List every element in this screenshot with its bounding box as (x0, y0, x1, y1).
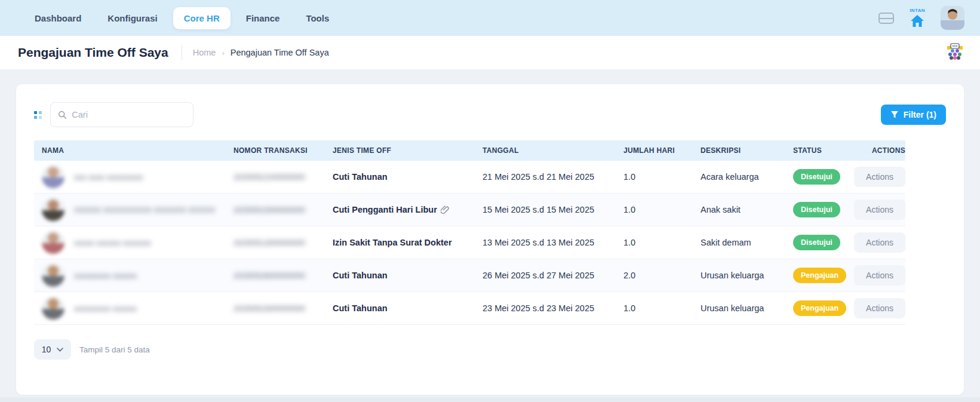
toolbar: Filter (1) (34, 102, 946, 127)
timeoff-type: Izin Sakit Tanpa Surat Dokter (333, 238, 483, 247)
search-box (50, 102, 193, 127)
column-header-5: DESKRIPSI (701, 146, 793, 155)
timeoff-date: 21 Mei 2025 s.d 21 Mei 2025 (483, 172, 623, 182)
table-body: xxx xxxx xxxxxxxxx 2025052100000000 Cuti… (34, 161, 905, 325)
employee-name-redacted: xxx xxxx xxxxxxxxx (74, 173, 143, 182)
breadcrumb-separator: › (222, 48, 224, 57)
actions-button[interactable]: Actions (854, 167, 905, 187)
team-illustration-icon[interactable] (945, 42, 964, 63)
avatar-photo (941, 6, 964, 30)
pagination-summary: Tampil 5 dari 5 data (79, 345, 150, 354)
column-header-6: STATUS (793, 146, 853, 155)
timeoff-description: Sakit demam (701, 238, 793, 247)
paperclip-icon[interactable] (441, 205, 449, 214)
nav-item-tools[interactable]: Tools (295, 7, 340, 29)
employee-avatar (42, 165, 64, 188)
status-badge: Disetujui (793, 202, 840, 217)
search-input[interactable] (72, 110, 186, 119)
timeoff-type: Cuti Pengganti Hari Libur (333, 205, 483, 214)
timeoff-days: 1.0 (623, 172, 701, 182)
column-header-3: TANGGAL (483, 146, 623, 155)
breadcrumb-current: Pengajuan Time Off Saya (231, 48, 329, 57)
column-header-0: NAMA (34, 146, 234, 155)
table-row: xxxxxxxxx xxxxxx 2025052300000000 Cuti T… (34, 292, 905, 325)
timeoff-card: Filter (1) NAMANOMOR TRANSAKSIJENIS TIME… (16, 84, 964, 395)
employee-avatar (42, 297, 64, 320)
status-badge: Pengajuan (793, 268, 846, 283)
employee-avatar (42, 231, 64, 254)
search-icon (58, 110, 66, 119)
drag-grid-icon[interactable] (34, 111, 42, 119)
page-size-select[interactable]: 10 (34, 339, 71, 360)
table-footer: 10 Tampil 5 dari 5 data (34, 339, 946, 360)
nav-item-konfigurasi[interactable]: Konfigurasi (97, 7, 168, 29)
column-header-2: JENIS TIME OFF (333, 146, 483, 155)
top-navigation: DashboardKonfigurasiCore HRFinanceTools … (0, 0, 980, 36)
page-title: Pengajuan Time Off Saya (18, 45, 168, 60)
home-icon (910, 14, 924, 27)
table-header-row: NAMANOMOR TRANSAKSIJENIS TIME OFFTANGGAL… (34, 140, 905, 161)
transaction-number-redacted: 2025052600000000 (234, 271, 305, 280)
nav-item-dashboard[interactable]: Dashboard (24, 7, 92, 29)
page-size-value: 10 (42, 345, 51, 354)
timeoff-days: 2.0 (623, 271, 701, 280)
transaction-number-redacted: 2025052300000000 (234, 304, 305, 313)
status-badge: Disetujui (793, 169, 840, 185)
timeoff-date: 23 Mei 2025 s.d 23 Mei 2025 (483, 303, 623, 313)
page-header: Pengajuan Time Off Saya Home › Pengajuan… (0, 36, 980, 69)
status-badge: Pengajuan (793, 300, 846, 316)
status-badge: Disetujui (793, 235, 840, 250)
table-row: xxx xxxx xxxxxxxxx 2025052100000000 Cuti… (34, 161, 905, 194)
table-row: xxxxxxxxx xxxxxx 2025052600000000 Cuti T… (34, 259, 905, 292)
actions-button[interactable]: Actions (854, 298, 905, 318)
transaction-number-redacted: 2025052100000000 (234, 173, 305, 182)
column-header-7: ACTIONS (853, 146, 905, 155)
employee-avatar (42, 198, 64, 221)
funnel-icon (890, 111, 899, 119)
breadcrumb-home[interactable]: Home (193, 48, 216, 57)
nav-item-finance[interactable]: Finance (235, 7, 291, 29)
workspace-label: INTAN (910, 8, 925, 13)
timeoff-date: 13 Mei 2025 s.d 13 Mei 2025 (483, 238, 623, 247)
header-divider (182, 45, 182, 60)
employee-name-redacted: xxxxxxxxx xxxxxx (74, 271, 137, 280)
user-avatar[interactable] (941, 6, 964, 30)
column-header-1: NOMOR TRANSAKSI (234, 146, 333, 155)
table-row: xxxxx xxxxxx xxxxxxx 2025051300000000 Iz… (34, 226, 905, 259)
employee-name-redacted: XXXXX XXXXXXXXX XXXXXX XXXXX (74, 205, 215, 214)
breadcrumb: Home › Pengajuan Time Off Saya (193, 48, 329, 57)
bottom-strip (0, 397, 980, 402)
nav-item-core-hr[interactable]: Core HR (173, 7, 231, 29)
timeoff-days: 1.0 (623, 303, 701, 313)
column-header-4: JUMLAH HARI (623, 146, 701, 155)
employee-name-redacted: xxxxx xxxxxx xxxxxxx (74, 238, 151, 247)
filter-button[interactable]: Filter (1) (881, 105, 946, 125)
timeoff-days: 1.0 (623, 205, 701, 214)
actions-button[interactable]: Actions (854, 200, 905, 220)
timeoff-description: Urusan keluarga (701, 303, 793, 313)
actions-button[interactable]: Actions (854, 265, 905, 286)
transaction-number-redacted: 2025051300000000 (234, 238, 305, 247)
timeoff-date: 15 Mei 2025 s.d 15 Mei 2025 (483, 205, 623, 214)
transaction-number-redacted: 2025051500000000 (234, 205, 305, 214)
timeoff-type: Cuti Tahunan (333, 271, 483, 280)
timeoff-description: Urusan keluarga (701, 271, 793, 280)
timeoff-type: Cuti Tahunan (333, 172, 483, 182)
chevron-down-icon (57, 348, 63, 352)
employee-avatar (42, 264, 64, 287)
timeoff-days: 1.0 (623, 238, 701, 247)
card-view-icon[interactable] (878, 13, 894, 24)
timeoff-table: NAMANOMOR TRANSAKSIJENIS TIME OFFTANGGAL… (34, 140, 905, 325)
timeoff-description: Acara keluarga (701, 172, 793, 182)
table-row: XXXXX XXXXXXXXX XXXXXX XXXXX 20250515000… (34, 194, 905, 226)
home-workspace-button[interactable]: INTAN (910, 8, 925, 27)
filter-label: Filter (1) (904, 110, 936, 119)
timeoff-date: 26 Mei 2025 s.d 27 Mei 2025 (483, 271, 623, 280)
actions-button[interactable]: Actions (854, 232, 905, 253)
nav-menu: DashboardKonfigurasiCore HRFinanceTools (24, 7, 340, 29)
employee-name-redacted: xxxxxxxxx xxxxxx (74, 304, 137, 313)
timeoff-type: Cuti Tahunan (333, 303, 483, 313)
timeoff-description: Anak sakit (701, 205, 793, 214)
